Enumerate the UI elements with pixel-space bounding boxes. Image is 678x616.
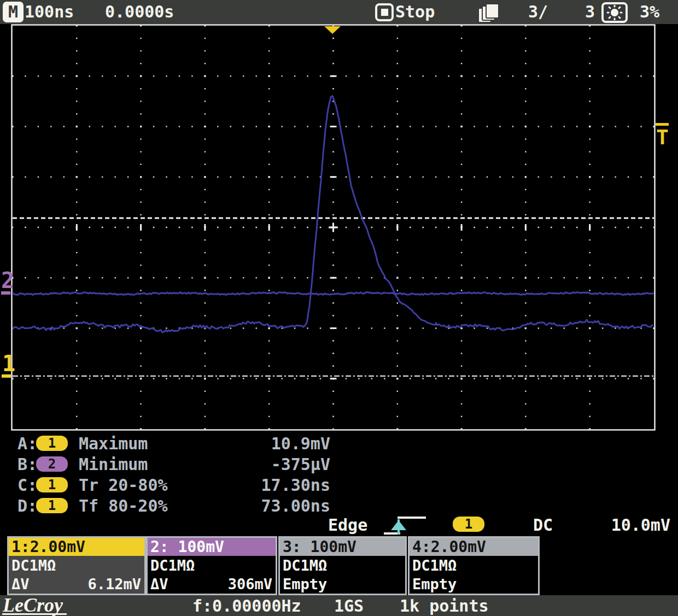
ch2-ground-marker: 2 — [1, 268, 14, 293]
sample-rate: 1GS — [334, 597, 364, 615]
channel-2-delta-label: ΔV — [150, 576, 168, 592]
channel-1-scale: 1:2.00mV — [9, 538, 144, 556]
meas-value: 17.30ns — [180, 477, 330, 494]
brand-underline — [2, 613, 67, 615]
channel-4-coupling: DC1MΩ — [412, 558, 457, 574]
brand-logo: LeCroy — [3, 596, 63, 614]
channel-1-delta-value: 6.12mV — [87, 576, 141, 592]
channel-1-descriptor[interactable]: 1:2.00mV DC1MΩ ΔV 6.12mV — [7, 536, 146, 595]
trigger-mode: Edge — [328, 516, 367, 535]
trigger-level-value: 10.0mV — [601, 516, 670, 535]
channel-3-scale: 3: 100mV — [280, 538, 405, 556]
channel-3-status: Empty — [283, 576, 327, 592]
oscilloscope-screen: M 100ns 0.0000s Stop 3/ 3 3% — [0, 0, 678, 616]
meas-source-badge: 1 — [36, 436, 68, 451]
channel-1-coupling: DC1MΩ — [11, 558, 56, 574]
trigger-source-badge: 1 — [453, 517, 484, 532]
meas-source-badge: 1 — [36, 498, 68, 513]
channel-1-delta-label: ΔV — [11, 576, 30, 592]
meas-name: Tf 80-20% — [79, 497, 168, 515]
meas-value: 73.00ns — [180, 497, 330, 515]
channel-4-scale: 4:2.00mV — [410, 538, 538, 556]
channel-2-scale: 2: 100mV — [148, 538, 276, 556]
trigger-level-marker: T — [656, 125, 669, 149]
meas-slot: D: — [17, 497, 37, 515]
meas-value: -375µV — [180, 456, 330, 473]
meas-source-badge: 2 — [36, 456, 68, 472]
channel-4-status: Empty — [412, 576, 457, 592]
rising-edge-icon — [383, 515, 428, 536]
meas-name: Minimum — [79, 456, 148, 473]
channel-2-coupling: DC1MΩ — [150, 558, 195, 574]
channel-3-descriptor[interactable]: 3: 100mV DC1MΩ Empty — [278, 536, 407, 595]
ch2-ground-dash — [1, 291, 10, 295]
trigger-level-dash — [656, 123, 669, 126]
trigger-frequency: f:0.00000Hz — [192, 597, 301, 615]
meas-slot: A: — [17, 435, 37, 453]
meas-slot: B: — [17, 456, 37, 473]
meas-slot: C: — [17, 477, 37, 494]
ch1-ground-marker: 1 — [2, 351, 15, 376]
meas-source-badge: 1 — [36, 477, 68, 492]
ch1-ground-dash — [2, 374, 11, 378]
trigger-coupling: DC — [533, 516, 553, 535]
meas-name: Tr 20-80% — [79, 477, 168, 494]
channel-2-descriptor[interactable]: 2: 100mV DC1MΩ ΔV 306mV — [146, 536, 277, 595]
channel-2-delta-value: 306mV — [228, 576, 272, 592]
meas-value: 10.9mV — [180, 435, 330, 453]
channel-4-descriptor[interactable]: 4:2.00mV DC1MΩ Empty — [408, 536, 540, 595]
channel-3-coupling: DC1MΩ — [283, 558, 327, 574]
record-length: 1k points — [400, 597, 489, 615]
meas-name: Maximum — [79, 435, 148, 453]
